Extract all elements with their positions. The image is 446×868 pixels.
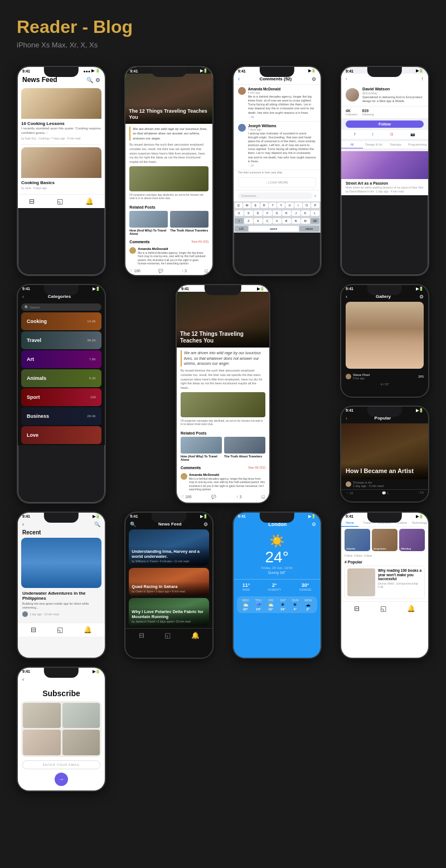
related-card-2[interactable]: The Truth About Travelers [170,211,209,236]
like-action[interactable]: ♡ 18 [346,491,353,495]
bookmark-icon[interactable]: ◱ [380,605,386,613]
follow-button[interactable]: Follow [346,120,424,128]
tab-technology[interactable]: Technology [411,519,428,527]
related2-card-2[interactable]: The Truth About Travelers [224,437,265,462]
newsfeed2-card-1[interactable]: Understanding Irma, Harvey and a world u… [129,529,209,566]
keyboard-row-1: QWERTYUIOP [234,201,321,209]
profile-card-image [341,151,428,179]
profile-info: David Watson @InnoWay Specialized in del… [341,84,428,106]
home-icon[interactable]: ⊟ [31,626,36,634]
like-action[interactable]: ♡ 186 [129,269,140,273]
back-button[interactable]: ‹ [22,522,24,527]
load-more-button[interactable]: ↓ LOAD MORE [238,177,316,187]
settings-icon[interactable]: 🔔 [191,631,200,639]
middle-column: 9:41 ▶🔋 ‹ Gallery ⚙ Steve Pixel [340,284,429,504]
filter-icon[interactable]: ⚙ [312,76,316,82]
filter-icon[interactable]: ⚙ [419,294,424,300]
home-icon[interactable]: ⊟ [29,197,35,205]
comment-action[interactable]: 💬 [211,495,216,499]
search-icon[interactable]: 🔍 [130,522,136,527]
newsfeed2-card-3[interactable]: Why I Love Polartec Delta Fabric for Mou… [129,598,209,626]
tab-culture[interactable]: Culture [394,519,411,527]
avatar [346,88,359,102]
related-card-1[interactable]: How (And Why) To Travel Alone [129,211,168,236]
share-action[interactable]: ↑ 3 [236,495,241,499]
comment-input[interactable]: Comment... [238,192,313,199]
newsfeed-card-2[interactable]: Cooking Basics by Jane · 5 days ago [21,147,101,192]
related2-card-1[interactable]: How (And Why) To Travel Alone [181,437,222,462]
newsfeed-bottom-nav[interactable]: ⊟ ◱ 🔔 [18,194,105,208]
blog-bottom-nav[interactable]: ⊟ ◱ 🔔 [341,601,428,615]
back-button[interactable]: ‹ [346,76,347,81]
recent-author-avatar [22,611,28,617]
card-image-1 [21,88,101,119]
article-comments-header: Comments See All (52) [125,238,212,245]
filter-icon[interactable]: ⚙ [203,522,208,527]
phone-weather: 9:41 ▶🔋 London ⚙ ☀️ 24° Friday, 20 Jun, … [232,512,322,659]
recent-bottom-nav[interactable]: ⊟ ◱ 🔔 [18,623,105,636]
settings-icon[interactable]: 🔔 [407,605,415,613]
search-icon[interactable]: 🔍 [86,77,93,83]
comment-action[interactable]: 💬 1 [382,491,389,495]
tab-home[interactable]: Home [341,519,358,527]
newsfeed-card-1[interactable]: 10 Cooking Lessons I recently stumbled u… [21,88,101,142]
share-icon[interactable]: ↑ [421,76,424,81]
newsfeed2-bottom-nav[interactable]: ⊟ ◱ 🔔 [125,628,212,642]
categories-header: ‹ Categories [18,292,105,302]
tab-all[interactable]: All [341,141,363,148]
comment-action[interactable]: 💬 [158,269,163,273]
home-icon[interactable]: ⊟ [354,605,360,613]
weather-header: London ⚙ [234,519,321,529]
category-love[interactable]: Love [21,426,101,444]
blog-card-1[interactable]: Why reading 100 books a year won't make … [345,566,425,599]
page-subtitle: iPhone Xs Max, Xr, X, Xs [17,41,429,49]
comments-header: ‹ Comments (52) ⚙ [234,74,321,85]
facebook-icon[interactable]: f [354,132,355,137]
blog-featured-1[interactable]: #ebooks [345,529,370,551]
search-icon[interactable]: 🔍 [94,522,100,527]
blog-featured-2[interactable]: #inspiration [372,529,397,551]
google-icon[interactable]: G [390,132,393,137]
category-travel[interactable]: Travel 36.1K [21,331,101,349]
subscribe-submit-button[interactable]: → [55,773,68,786]
twitter-icon[interactable]: t [372,132,374,137]
instagram-icon[interactable]: 📷 [410,132,415,137]
send-button[interactable]: › [314,193,316,199]
category-art[interactable]: Art 7.6K [21,350,101,368]
tab-startups[interactable]: Startups [385,141,406,148]
back-button[interactable]: ‹ [22,294,24,300]
share-action[interactable]: ↑ 3 [182,269,187,273]
recent-main-image [21,538,101,588]
tab-programming[interactable]: Programming [406,141,428,148]
category-cooking[interactable]: Cooking 14.2K [21,312,101,330]
status-bar-8: 9:41 ▶🔋 [341,407,428,413]
bookmark-icon[interactable]: ◱ [57,197,63,205]
tab-travel[interactable]: Travel [358,519,376,527]
newsfeed2-card-2[interactable]: Quad Racing in Sahara by Owen in Sport •… [129,568,209,596]
share-action[interactable]: ↑ 50 [418,491,424,495]
back-button[interactable]: ‹ [22,677,24,682]
weather-settings-icon[interactable]: ⚙ [312,522,316,527]
subscribe-email-input[interactable]: ENTER YOUR EMAIL [22,760,100,769]
blog-featured-cards: #ebooks #inspiration #Reading [341,527,428,553]
filter-icon[interactable]: ⚙ [95,77,100,83]
back-button[interactable]: ‹ [346,416,347,421]
tab-design-art[interactable]: Design & Art [363,141,385,148]
bookmark-icon[interactable]: ◱ [57,626,63,634]
bookmark-action[interactable]: ◱ [261,495,265,499]
like-action[interactable]: ♡ 186 [181,495,192,499]
bookmark-action[interactable]: ◱ [205,269,209,273]
settings-icon[interactable]: 🔔 [84,626,92,634]
bookmark-icon[interactable]: ◱ [164,631,171,639]
back-button[interactable]: ‹ [346,294,347,300]
tab-business[interactable]: Business [376,519,393,527]
category-sport[interactable]: Sport 190 [21,388,101,406]
back-button[interactable]: ‹ [238,76,240,82]
home-icon[interactable]: ⊟ [139,631,144,639]
settings-icon[interactable]: 🔔 [85,197,94,205]
category-animals[interactable]: Animals 5.2K [21,369,101,387]
categories-search[interactable]: 🔍 Search [21,303,101,311]
category-business[interactable]: Business 28.4K [21,407,101,425]
subscribe-header: ‹ [18,674,105,684]
blog-featured-3[interactable]: #Reading [399,529,425,551]
